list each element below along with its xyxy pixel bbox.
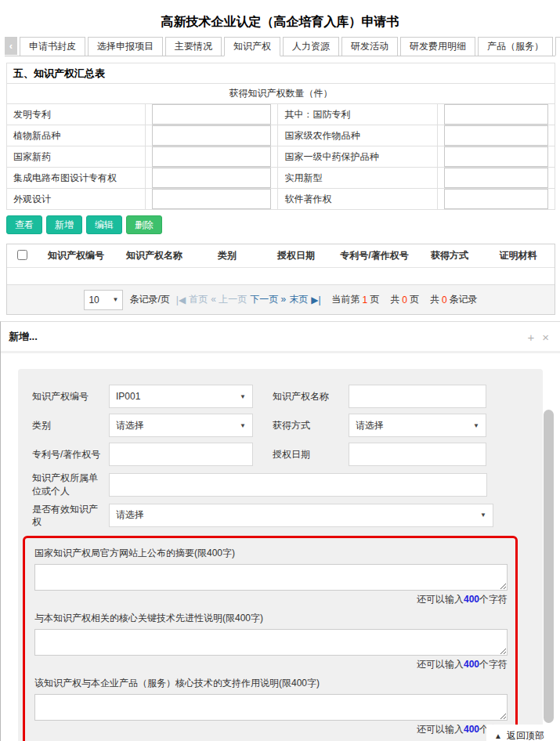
row-label: 国家级农作物品种 (278, 125, 438, 146)
delete-button[interactable]: 删除 (126, 215, 162, 234)
grid-header: 知识产权编号 知识产权名称 类别 授权日期 专利号/著作权号 获得方式 证明材料 (7, 244, 555, 268)
patent-no-label: 专利号/著作权号 (32, 448, 109, 461)
ip-name-input[interactable] (356, 385, 479, 407)
valid-ip-label: 是否有效知识产权 (32, 503, 109, 528)
page-title: 高新技术企业认定（高企培育入库）申请书 (0, 0, 560, 31)
patent-no-input[interactable] (116, 443, 246, 465)
defense-patent-count-input[interactable] (444, 104, 548, 125)
edit-button[interactable]: 编辑 (86, 215, 122, 234)
current-page-status: 当前第 1 页 (332, 293, 380, 306)
tab-human-resources[interactable]: 人力资源 (283, 37, 339, 56)
tech-advancement-label: 与本知识产权相关的核心关键技术先进性说明(限400字) (34, 612, 508, 625)
grid-toolbar: 查看 新增 编辑 删除 (6, 215, 560, 234)
table-row: 植物新品种 国家级农作物品种 (7, 125, 555, 146)
pagination-bar: 10 ▼ 条记录/页 |◀ 首页 « 上一页 下一页 » 末页 ▶| 当前第 1… (7, 284, 555, 314)
column-header: 证明材料 (482, 249, 555, 262)
row-label: 国家一级中药保护品种 (278, 146, 438, 168)
auth-date-label: 授权日期 (273, 448, 349, 461)
ip-code-select[interactable]: IP001 ▼ (109, 385, 253, 408)
tabs-scroll-left-icon[interactable]: ‹ (5, 37, 17, 55)
obtain-method-select[interactable]: 请选择 ▼ (349, 414, 486, 437)
prev-page-link[interactable]: « 上一页 (211, 293, 247, 306)
modal-title: 新增... (9, 330, 38, 344)
ic-layout-count-input[interactable] (152, 168, 272, 188)
ip-name-label: 知识产权名称 (273, 390, 349, 403)
last-page-link[interactable]: 末页 (289, 293, 308, 306)
tab-rd-expense-detail[interactable]: 研发费用明细 (400, 37, 475, 56)
view-button[interactable]: 查看 (6, 215, 42, 234)
char-counter: 还可以输入400个字符 (34, 593, 508, 606)
row-label: 外观设计 (7, 189, 146, 210)
dropdown-caret-icon: ▼ (480, 511, 486, 519)
tab-cover[interactable]: 申请书封皮 (20, 37, 85, 56)
tab-select-project[interactable]: 选择申报项目 (88, 37, 163, 56)
ip-grid: 知识产权编号 知识产权名称 类别 授权日期 专利号/著作权号 获得方式 证明材料… (6, 244, 555, 315)
support-role-textarea[interactable] (34, 694, 508, 721)
dropdown-caret-icon: ▼ (240, 422, 246, 429)
new-drug-count-input[interactable] (152, 146, 272, 167)
utility-model-count-input[interactable] (444, 168, 548, 188)
tab-products-services[interactable]: 产品（服务） (478, 37, 553, 56)
valid-ip-select[interactable]: 请选择 ▼ (109, 504, 493, 527)
row-label: 集成电路布图设计专有权 (7, 168, 146, 189)
tcm-protection-count-input[interactable] (444, 146, 548, 167)
invention-patent-count-input[interactable] (152, 104, 272, 125)
back-to-top-button[interactable]: ▲ 返回顶部 (486, 725, 554, 741)
first-page-link[interactable]: 首页 (189, 293, 208, 306)
chevron-up-icon: ▲ (494, 732, 502, 740)
owner-input[interactable] (116, 474, 480, 496)
table-row: 外观设计 软件著作权 (7, 189, 555, 210)
design-count-input[interactable] (152, 189, 272, 209)
category-label: 类别 (32, 419, 109, 432)
dropdown-caret-icon: ▼ (113, 296, 119, 303)
owner-label: 知识产权所属单位或个人 (32, 472, 109, 497)
dropdown-caret-icon: ▼ (240, 393, 246, 400)
row-label: 植物新品种 (7, 125, 146, 146)
current-page-number: 1 (363, 295, 368, 305)
tab-rd-activities[interactable]: 研发活动 (341, 37, 398, 56)
page-size-value: 10 (89, 295, 99, 305)
row-label: 其中：国防专利 (278, 104, 438, 125)
total-records-status: 共 0 条记录 (430, 293, 478, 306)
dropdown-caret-icon: ▼ (473, 422, 479, 429)
total-records-number: 0 (442, 295, 447, 305)
char-counter: 还可以输入400个字符 (34, 658, 508, 671)
ip-code-label: 知识产权编号 (32, 390, 109, 403)
collapse-plus-icon[interactable]: + (527, 331, 534, 343)
grid-empty-body (7, 268, 555, 284)
modal-form-panel: 知识产权编号 IP001 ▼ 知识产权名称 类别 请选择 ▼ 获得方式 请选择 … (18, 369, 543, 741)
tab-bar: ‹ 申请书封皮 选择申报项目 主要情况 知识产权 人力资源 研发活动 研发费用明… (5, 37, 555, 56)
tab-achievement-transform[interactable]: 科技成果转化 (555, 37, 560, 56)
select-all-checkbox[interactable] (17, 250, 27, 260)
close-icon[interactable]: × (542, 331, 549, 343)
abstract-textarea[interactable] (34, 564, 508, 591)
column-header: 知识产权编号 (37, 249, 115, 262)
software-copyright-count-input[interactable] (444, 189, 548, 209)
plant-variety-count-input[interactable] (152, 125, 272, 146)
first-page-icon[interactable]: |◀ (176, 295, 186, 305)
total-pages-status: 共 0 页 (390, 293, 419, 306)
column-header: 知识产权名称 (115, 249, 193, 262)
add-button[interactable]: 新增 (46, 215, 82, 234)
column-header: 获得方式 (417, 249, 482, 262)
char-counter: 还可以输入400个字符 (34, 723, 508, 736)
row-label: 软件著作权 (278, 189, 438, 210)
tab-main-info[interactable]: 主要情况 (165, 37, 222, 56)
tab-intellectual-property[interactable]: 知识产权 (224, 37, 280, 56)
row-label: 实用新型 (278, 168, 438, 189)
category-select[interactable]: 请选择 ▼ (109, 414, 253, 437)
last-page-icon[interactable]: ▶| (311, 295, 320, 305)
row-label: 国家新药 (7, 146, 146, 168)
crop-variety-count-input[interactable] (444, 125, 548, 146)
tech-advancement-textarea[interactable] (34, 629, 508, 656)
support-role-label: 该知识产权与本企业产品（服务）核心技术的支持作用说明(限400字) (34, 677, 508, 690)
column-header: 专利号/著作权号 (331, 249, 417, 262)
modal-header: 新增... + × (1, 322, 560, 353)
modal-scrollbar[interactable] (544, 410, 554, 723)
summary-subheader: 获得知识产权数量（件） (7, 84, 555, 104)
next-page-link[interactable]: 下一页 » (250, 293, 286, 306)
section-title: 五、知识产权汇总表 (7, 63, 555, 84)
per-page-label: 条记录/页 (129, 293, 169, 306)
page-size-select[interactable]: 10 ▼ (84, 290, 123, 310)
auth-date-input[interactable] (356, 443, 479, 465)
